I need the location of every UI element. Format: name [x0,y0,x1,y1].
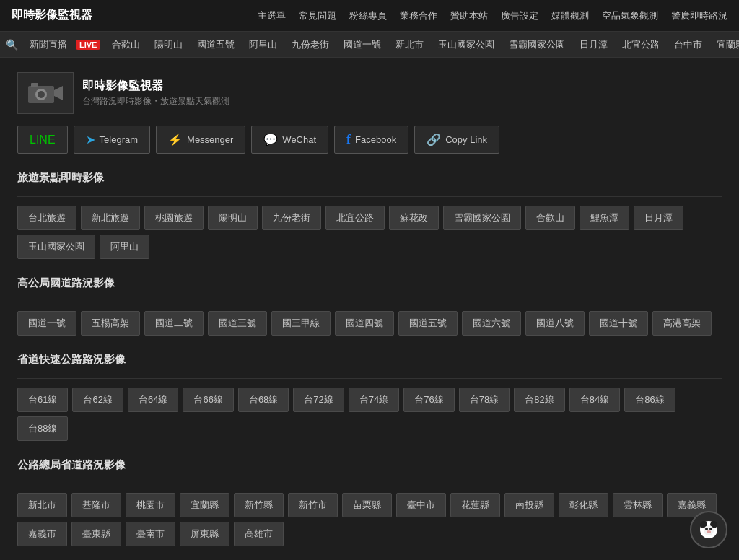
tag-provincial-0[interactable]: 台61線 [17,388,68,412]
wechat-icon: 💬 [263,133,278,146]
tag-provincial-9[interactable]: 台82線 [514,388,564,412]
tag-public_road-4[interactable]: 新竹縣 [234,493,284,517]
wechat-share-button[interactable]: 💬 WeChat [251,126,328,154]
second-nav-item-7[interactable]: 玉山國家公園 [432,37,500,53]
tag-travel-6[interactable]: 蘇花改 [389,206,439,230]
second-nav-item-4[interactable]: 九份老街 [286,37,335,53]
tag-provincial-7[interactable]: 台76線 [403,388,454,412]
second-nav-item-9[interactable]: 日月潭 [574,37,613,53]
copylink-share-button[interactable]: 🔗 Copy Link [414,126,499,154]
second-nav-item-5[interactable]: 國道一號 [338,37,387,53]
top-nav-link-3[interactable]: 業務合作 [400,9,437,22]
tag-travel-8[interactable]: 合歡山 [525,206,575,230]
second-nav-item-10[interactable]: 北宜公路 [616,37,665,53]
tag-travel-2[interactable]: 桃園旅遊 [144,206,204,230]
tag-travel-3[interactable]: 陽明山 [208,206,258,230]
top-nav-link-2[interactable]: 粉絲專頁 [349,9,387,22]
second-nav-item-12[interactable]: 宜蘭縣 [711,37,739,53]
tag-provincial-6[interactable]: 台74線 [349,388,399,412]
tag-highway-5[interactable]: 國道四號 [335,311,394,336]
line-share-button[interactable]: LINE [17,126,68,154]
tag-public_road-11[interactable]: 雲林縣 [613,493,663,517]
facebook-share-button[interactable]: f Facebook [334,126,408,154]
tag-highway-4[interactable]: 國三甲線 [271,311,331,336]
svg-point-11 [707,530,711,533]
tag-public_road-2[interactable]: 桃園市 [126,493,175,517]
tag-public_road-6[interactable]: 苗栗縣 [342,493,392,517]
tag-public_road-0[interactable]: 新北市 [17,493,67,517]
tag-public_road-16[interactable]: 屏東縣 [180,522,229,546]
telegram-label: Telegram [100,134,138,145]
tag-grid-travel: 台北旅遊新北旅遊桃園旅遊陽明山九份老街北宜公路蘇花改雪霸國家公園合歡山鯉魚潭日月… [17,206,722,259]
tag-provincial-10[interactable]: 台84線 [569,388,620,412]
tag-public_road-1[interactable]: 基隆市 [71,493,121,517]
tag-public_road-15[interactable]: 臺南市 [126,522,175,546]
section-title-public_road: 公路總局省道路況影像 [17,458,722,475]
messenger-icon: ⚡ [168,133,183,146]
tag-highway-0[interactable]: 國道一號 [17,311,76,336]
section-title-travel: 旅遊景點即時影像 [17,171,722,188]
tag-public_road-3[interactable]: 宜蘭縣 [180,493,229,517]
second-nav-item-8[interactable]: 雪霸國家公園 [503,37,571,53]
tag-highway-2[interactable]: 國道二號 [144,311,204,336]
tag-public_road-7[interactable]: 臺中市 [396,493,446,517]
tag-highway-7[interactable]: 國道六號 [462,311,521,336]
tag-public_road-9[interactable]: 南投縣 [504,493,554,517]
tag-public_road-10[interactable]: 彰化縣 [559,493,608,517]
tag-provincial-4[interactable]: 台68線 [238,388,289,412]
site-subtitle: 台灣路況即時影像・放遊景點天氣觀測 [82,95,229,108]
top-nav-link-0[interactable]: 主選單 [258,9,286,22]
tag-travel-9[interactable]: 鯉魚潭 [580,206,629,230]
tag-travel-5[interactable]: 北宜公路 [325,206,385,230]
second-nav-item-0[interactable]: 合歡山 [106,37,146,53]
section-title-highway: 高公局國道路況影像 [17,276,722,293]
top-nav-link-7[interactable]: 空品氣象觀測 [602,9,658,22]
telegram-share-button[interactable]: ➤ Telegram [74,126,150,154]
top-nav-link-6[interactable]: 媒體觀測 [551,9,589,22]
search-icon[interactable]: 🔍 [6,39,18,51]
tag-travel-0[interactable]: 台北旅遊 [17,206,76,230]
tag-travel-4[interactable]: 九份老街 [262,206,321,230]
tag-public_road-17[interactable]: 高雄市 [234,522,284,546]
messenger-share-button[interactable]: ⚡ Messenger [156,126,245,154]
tag-provincial-12[interactable]: 台88線 [17,416,68,441]
second-nav-item-11[interactable]: 台中市 [668,37,708,53]
top-nav-link-4[interactable]: 贊助本站 [450,9,488,22]
tag-travel-1[interactable]: 新北旅遊 [81,206,140,230]
tag-highway-8[interactable]: 國道八號 [525,311,585,336]
tag-public_road-5[interactable]: 新竹市 [288,493,338,517]
tag-provincial-5[interactable]: 台72線 [293,388,344,412]
top-nav-link-8[interactable]: 警廣即時路況 [671,9,727,22]
tag-public_road-14[interactable]: 臺東縣 [71,522,121,546]
second-nav-item-2[interactable]: 國道五號 [191,37,240,53]
tag-public_road-8[interactable]: 花蓮縣 [450,493,500,517]
camera-icon [28,80,63,106]
second-nav-item-6[interactable]: 新北市 [390,37,429,53]
tag-travel-7[interactable]: 雪霸國家公園 [443,206,521,230]
second-nav-item-3[interactable]: 阿里山 [243,37,283,53]
tag-highway-9[interactable]: 國道十號 [589,311,648,336]
tag-provincial-3[interactable]: 台66線 [183,388,233,412]
tag-provincial-8[interactable]: 台78線 [459,388,510,412]
tag-provincial-11[interactable]: 台86線 [624,388,675,412]
tag-highway-1[interactable]: 五楊高架 [81,311,140,336]
tag-provincial-1[interactable]: 台62線 [72,388,123,412]
tag-travel-10[interactable]: 日月潭 [634,206,683,230]
site-title: 即時影像監視器 [82,79,229,94]
svg-point-10 [709,528,712,530]
svg-rect-4 [31,83,38,87]
top-nav-link-5[interactable]: 廣告設定 [501,9,538,22]
tag-highway-6[interactable]: 國道五號 [398,311,458,336]
second-nav-item-1[interactable]: 陽明山 [149,37,188,53]
tag-travel-11[interactable]: 玉山國家公園 [17,235,95,259]
top-nav-link-1[interactable]: 常見問題 [299,9,336,22]
tag-public_road-13[interactable]: 嘉義市 [17,522,67,546]
tag-travel-12[interactable]: 阿里山 [100,235,149,259]
tag-grid-public_road: 新北市基隆市桃園市宜蘭縣新竹縣新竹市苗栗縣臺中市花蓮縣南投縣彰化縣雲林縣嘉義縣嘉… [17,493,722,546]
tag-highway-10[interactable]: 高港高架 [652,311,712,336]
facebook-icon: f [346,132,351,147]
news-live[interactable]: 新聞直播 [24,37,73,53]
footer-logo[interactable] [690,511,727,548]
tag-highway-3[interactable]: 國道三號 [208,311,267,336]
tag-provincial-2[interactable]: 台64線 [128,388,178,412]
